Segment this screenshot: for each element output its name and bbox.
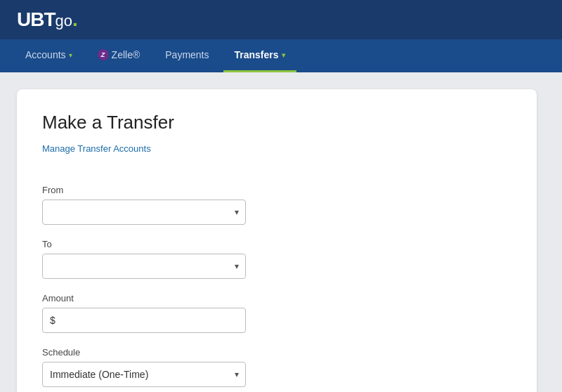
zelle-icon: Z [98, 49, 109, 60]
nav-item-accounts[interactable]: Accounts ▾ [14, 39, 84, 72]
logo-dot: . [72, 8, 78, 31]
amount-input[interactable] [57, 315, 238, 326]
nav-label-payments: Payments [165, 49, 209, 60]
amount-group: Amount $ [42, 293, 511, 333]
logo-ubt-text: UBT [17, 8, 55, 31]
schedule-label: Schedule [42, 347, 511, 358]
page-title: Make a Transfer [42, 112, 511, 133]
schedule-select[interactable]: Immediate (One-Time) Scheduled (One-Time… [42, 362, 246, 387]
nav-label-zelle: Zelle® [112, 49, 140, 60]
to-label: To [42, 239, 511, 249]
logo-go-text: go [55, 12, 72, 30]
chevron-down-icon-transfers: ▾ [282, 51, 285, 59]
from-label: From [42, 185, 511, 195]
schedule-group: Schedule Immediate (One-Time) Scheduled … [42, 347, 511, 387]
to-select-wrapper: ▾ [42, 254, 246, 279]
to-select[interactable] [42, 254, 246, 279]
transfer-card: Make a Transfer Manage Transfer Accounts… [17, 89, 537, 392]
nav-item-payments[interactable]: Payments [154, 39, 220, 72]
schedule-select-wrapper: Immediate (One-Time) Scheduled (One-Time… [42, 362, 246, 387]
amount-label: Amount [42, 293, 511, 303]
nav-item-zelle[interactable]: Z Zelle® [86, 39, 152, 72]
nav-label-transfers: Transfers [235, 49, 279, 60]
dollar-sign-icon: $ [50, 315, 55, 326]
from-select[interactable] [42, 200, 246, 225]
logo: UBTgo. [17, 8, 78, 31]
main-content: Make a Transfer Manage Transfer Accounts… [0, 72, 562, 392]
manage-transfer-accounts-link[interactable]: Manage Transfer Accounts [42, 143, 151, 154]
main-nav: Accounts ▾ Z Zelle® Payments Transfers ▾ [0, 39, 562, 72]
nav-label-accounts: Accounts [25, 49, 66, 60]
nav-item-transfers[interactable]: Transfers ▾ [223, 39, 296, 72]
amount-input-wrapper: $ [42, 308, 246, 333]
to-group: To ▾ [42, 239, 511, 279]
header: UBTgo. [0, 0, 562, 39]
chevron-down-icon: ▾ [69, 51, 72, 59]
from-group: From ▾ [42, 185, 511, 225]
from-select-wrapper: ▾ [42, 200, 246, 225]
